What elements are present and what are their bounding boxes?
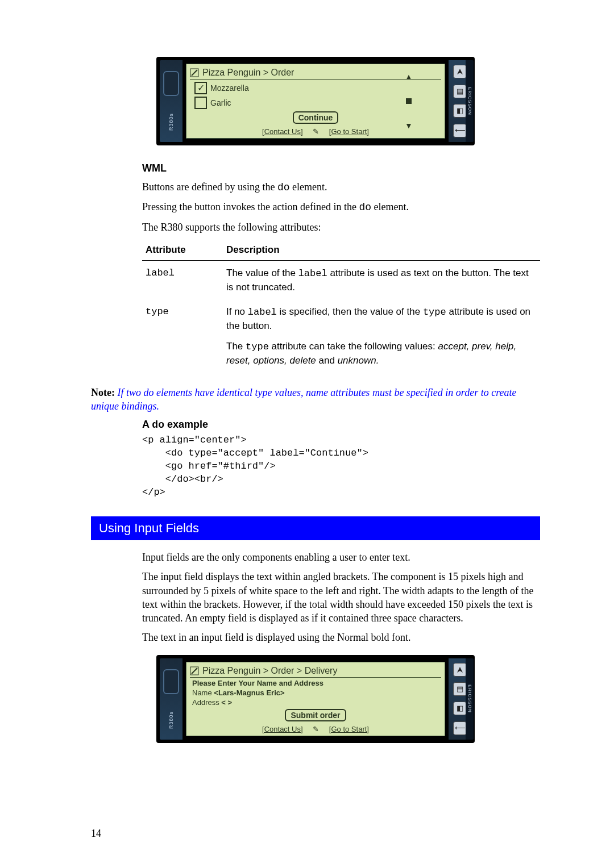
attr-name: type — [142, 299, 223, 373]
name-label: Name — [192, 688, 214, 697]
attribute-table: Attribute Description label The value of… — [142, 240, 540, 373]
address-label: Address — [192, 698, 221, 707]
screen-title: Pizza Penguin > Order — [202, 68, 294, 78]
device-left-bezel: R380s — [160, 60, 182, 142]
paragraph: Pressing the button invokes the action d… — [142, 200, 540, 214]
attr-name: label — [142, 260, 223, 299]
heading-wml: WML — [142, 162, 540, 174]
device-left-bezel: R380s — [160, 658, 182, 740]
note-paragraph: Note: If two do elements have identical … — [91, 386, 540, 414]
screen-title: Pizza Penguin > Order > Delivery — [202, 666, 337, 676]
table-row: label The value of the label attribute i… — [142, 260, 540, 299]
hard-button-back[interactable]: ⟵ — [453, 721, 467, 735]
attr-desc: If no label is specified, then the value… — [223, 299, 540, 373]
device-screen: Pizza Penguin > Order > Delivery Please … — [186, 662, 445, 736]
hard-button-menu[interactable]: ▤ — [453, 85, 467, 98]
go-to-start-link[interactable]: [Go to Start] — [329, 725, 369, 733]
attr-desc: The value of the label attribute is used… — [223, 260, 540, 299]
example-heading: A do example — [142, 419, 540, 431]
note-label: Note: — [91, 387, 115, 398]
page-number: 14 — [91, 828, 101, 840]
pen-icon: ✎ — [313, 725, 319, 733]
hard-button-menu[interactable]: ▤ — [453, 682, 467, 696]
checkbox-label: Garlic — [210, 98, 231, 107]
checkbox-checked-icon[interactable]: ✓ — [194, 82, 207, 94]
code-block: <p align="center"> <do type="accept" lab… — [142, 434, 540, 499]
hard-button-up[interactable] — [453, 663, 467, 677]
name-field-row: Name <Lars-Magnus Eric> — [192, 688, 441, 697]
prompt-text: Please Enter Your Name and Address — [192, 679, 441, 687]
pen-icon: ✎ — [313, 127, 319, 136]
address-input[interactable]: < > — [221, 698, 232, 707]
table-header-description: Description — [223, 240, 540, 261]
table-row: type If no label is specified, then the … — [142, 299, 540, 373]
device-screenshot-delivery: R380s Pizza Penguin > Order > Delivery P… — [156, 655, 475, 743]
scroll-up-icon[interactable]: ▲ — [405, 72, 413, 81]
note-text: If two do elements have identical type v… — [91, 387, 516, 412]
screen-breadcrumb: Pizza Penguin > Order ▲ ▼ — [190, 68, 441, 80]
device-right-bezel: ▤ ◧ ⟵ ERICSSON — [449, 658, 471, 740]
address-field-row: Address < > — [192, 698, 441, 707]
device-screen: Pizza Penguin > Order ▲ ▼ ✓ Mozzarella G… — [186, 64, 445, 139]
table-header-attribute: Attribute — [142, 240, 223, 261]
model-label: R380s — [168, 711, 174, 729]
brand-label: ERICSSON — [466, 60, 474, 142]
scroll-thumb[interactable] — [406, 98, 412, 104]
stylus-slot — [163, 669, 179, 694]
contact-us-link[interactable]: [Contact Us] — [262, 725, 303, 733]
screen-breadcrumb: Pizza Penguin > Order > Delivery — [190, 666, 441, 678]
go-to-start-link[interactable]: [Go to Start] — [329, 127, 369, 136]
scrollbar[interactable]: ▲ ▼ — [404, 72, 414, 130]
hard-button-up[interactable] — [453, 65, 467, 78]
pencil-icon — [190, 68, 199, 77]
model-label: R380s — [168, 113, 174, 131]
scroll-down-icon[interactable]: ▼ — [405, 121, 413, 130]
paragraph: The R380 supports the following attribut… — [142, 220, 540, 234]
section-bar-input-fields: Using Input Fields — [91, 516, 540, 540]
checkbox-unchecked-icon[interactable] — [194, 97, 207, 109]
paragraph: Buttons are defined by using the do elem… — [142, 180, 540, 194]
contact-us-link[interactable]: [Contact Us] — [262, 127, 303, 136]
pencil-icon — [190, 666, 199, 675]
checkbox-label: Mozzarella — [210, 84, 249, 93]
device-screenshot-order: R380s Pizza Penguin > Order ▲ ▼ ✓ Mozzar… — [156, 57, 475, 145]
submit-order-button[interactable]: Submit order — [285, 709, 346, 721]
hard-button-bookmark[interactable]: ◧ — [453, 702, 467, 715]
brand-label: ERICSSON — [466, 658, 474, 740]
stylus-slot — [163, 71, 179, 96]
name-input[interactable]: <Lars-Magnus Eric> — [214, 688, 284, 697]
paragraph: The input field displays the text within… — [142, 570, 540, 625]
paragraph: The text in an input field is displayed … — [142, 631, 540, 644]
continue-button[interactable]: Continue — [293, 111, 339, 124]
hard-button-bookmark[interactable]: ◧ — [453, 104, 467, 118]
paragraph: Input fields are the only components ena… — [142, 550, 540, 564]
hard-button-back[interactable]: ⟵ — [453, 124, 467, 137]
device-right-bezel: ▤ ◧ ⟵ ERICSSON — [449, 60, 471, 142]
